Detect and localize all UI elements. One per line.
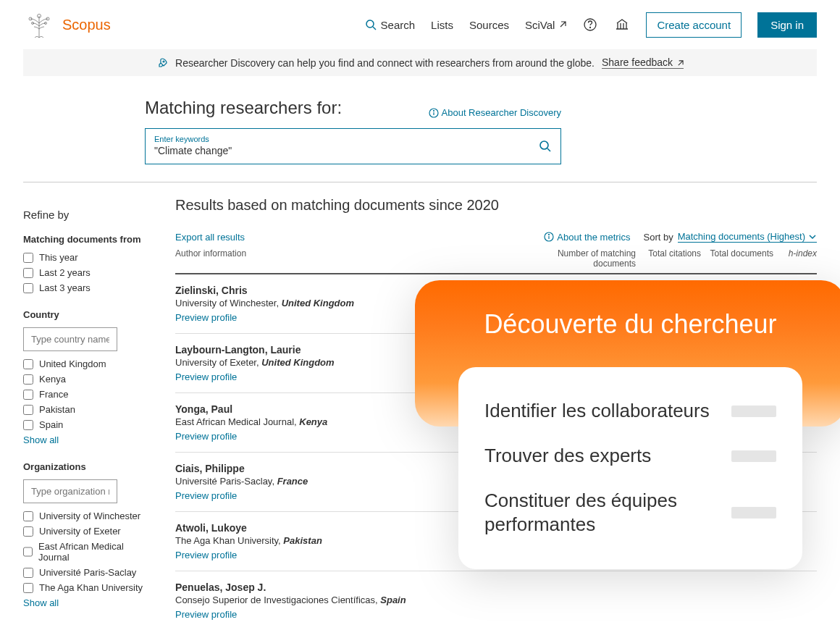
elsevier-tree-icon — [23, 10, 55, 39]
table-header: Author information Number of matching do… — [175, 248, 817, 274]
author-affiliation: Consejo Superior de Investigaciones Cien… — [175, 595, 817, 605]
show-all-orgs[interactable]: Show all — [23, 597, 59, 608]
results-meta: Export all results About the metrics Sor… — [175, 231, 817, 243]
overlay-card: Découverte du chercheur Identifier les c… — [415, 280, 840, 427]
table-row: Penuelas, Josep J.Consejo Superior de In… — [175, 571, 817, 630]
svg-point-8 — [590, 28, 591, 28]
search-box[interactable]: Enter keywords — [145, 128, 561, 164]
nav-scival[interactable]: SciVal — [525, 19, 566, 31]
filter-org-exeter[interactable]: University of Exeter — [23, 526, 146, 537]
svg-line-14 — [547, 148, 550, 151]
filter-uk[interactable]: United Kingdom — [23, 358, 146, 369]
external-link-icon — [559, 21, 566, 28]
refine-title: Refine by — [23, 209, 146, 221]
external-link-icon — [677, 60, 684, 67]
filter-title-docs: Matching documents from — [23, 234, 146, 245]
banner-text: Researcher Discovery can help you find a… — [175, 57, 595, 69]
country-input[interactable] — [23, 327, 117, 351]
search-input[interactable] — [154, 143, 512, 156]
chevron-down-icon — [808, 232, 817, 241]
filter-group-documents: Matching documents from This year Last 2… — [23, 234, 146, 293]
preview-profile-link[interactable]: Preview profile — [175, 431, 237, 442]
preview-profile-link[interactable]: Preview profile — [175, 550, 237, 560]
svg-point-12 — [433, 110, 434, 111]
placeholder-bar — [731, 507, 776, 518]
author-name[interactable]: Penuelas, Josep J. — [175, 581, 817, 593]
top-header: Scopus Search Lists Sources SciVal Creat… — [0, 0, 840, 49]
preview-profile-link[interactable]: Preview profile — [175, 490, 237, 501]
filter-org-winchester[interactable]: University of Winchester — [23, 511, 146, 521]
filter-pakistan[interactable]: Pakistan — [23, 404, 146, 415]
info-icon — [429, 108, 439, 118]
search-submit-icon[interactable] — [539, 140, 552, 153]
sort-dropdown[interactable]: Matching documents (Highest) — [678, 231, 817, 243]
content-area: Refine by Matching documents from This y… — [0, 182, 840, 630]
create-account-button[interactable]: Create account — [646, 12, 742, 38]
about-metrics-link[interactable]: About the metrics — [544, 232, 630, 243]
placeholder-bar — [731, 450, 776, 462]
organization-input[interactable] — [23, 479, 117, 503]
svg-point-5 — [366, 20, 374, 28]
filter-group-orgs: Organizations University of Winchester U… — [23, 461, 146, 608]
info-banner: Researcher Discovery can help you find a… — [23, 49, 817, 76]
nav-search[interactable]: Search — [365, 19, 416, 31]
col-matching: Number of matching documents — [542, 248, 636, 269]
about-discovery-link[interactable]: About Researcher Discovery — [429, 107, 561, 118]
filter-last-3-years[interactable]: Last 3 years — [23, 282, 146, 293]
filter-france[interactable]: France — [23, 389, 146, 400]
nav-lists[interactable]: Lists — [431, 19, 453, 31]
export-results-link[interactable]: Export all results — [175, 232, 245, 243]
author-info: Penuelas, Josep J.Consejo Superior de In… — [175, 581, 817, 620]
rocket-icon — [156, 57, 168, 69]
col-total-docs: Total documents — [701, 248, 773, 269]
show-all-country[interactable]: Show all — [23, 434, 59, 445]
placeholder-bar — [731, 406, 776, 417]
overlay-item-3: Constituer des équipes performantes — [484, 479, 776, 548]
filter-title-country: Country — [23, 309, 146, 320]
preview-profile-link[interactable]: Preview profile — [175, 371, 237, 382]
col-author: Author information — [175, 248, 542, 269]
brand-text: Scopus — [62, 17, 111, 33]
institution-icon[interactable] — [614, 17, 630, 33]
page-title: Matching researchers for: — [145, 98, 342, 118]
filter-org-aga-khan[interactable]: The Aga Khan University — [23, 582, 146, 593]
col-citations: Total citations — [636, 248, 701, 269]
nav-sources[interactable]: Sources — [469, 19, 509, 31]
filter-group-country: Country United Kingdom Kenya France Paki… — [23, 309, 146, 445]
svg-point-13 — [540, 141, 548, 149]
sort-label: Sort by — [644, 232, 673, 243]
svg-line-6 — [373, 27, 376, 30]
filter-org-paris-saclay[interactable]: Université Paris-Saclay — [23, 567, 146, 578]
refine-sidebar: Refine by Matching documents from This y… — [23, 182, 146, 630]
help-icon[interactable] — [582, 17, 598, 33]
logo-area[interactable]: Scopus — [23, 10, 111, 39]
col-hindex: h-index — [773, 248, 817, 269]
results-title: Results based on matching documents sinc… — [175, 197, 817, 214]
search-label: Enter keywords — [154, 135, 552, 143]
info-icon — [544, 232, 554, 242]
search-icon — [365, 19, 377, 30]
filter-this-year[interactable]: This year — [23, 252, 146, 263]
share-feedback-link[interactable]: Share feedback — [602, 56, 684, 69]
preview-profile-link[interactable]: Preview profile — [175, 609, 237, 620]
sort-control: Sort by Matching documents (Highest) — [644, 231, 818, 243]
overlay-list: Identifier les collaborateurs Trouver de… — [458, 367, 802, 569]
svg-point-9 — [163, 61, 164, 62]
preview-profile-link[interactable]: Preview profile — [175, 312, 237, 323]
filter-title-orgs: Organizations — [23, 461, 146, 472]
main-nav: Search Lists Sources SciVal Create accou… — [365, 12, 817, 38]
search-section: Matching researchers for: About Research… — [0, 76, 840, 164]
overlay-item-1: Identifier les collaborateurs — [484, 389, 776, 434]
overlay-title: Découverte du chercheur — [451, 309, 810, 340]
svg-point-17 — [549, 235, 550, 235]
filter-last-2-years[interactable]: Last 2 years — [23, 267, 146, 278]
filter-spain[interactable]: Spain — [23, 419, 146, 430]
sign-in-button[interactable]: Sign in — [757, 12, 817, 38]
filter-org-eamj[interactable]: East African Medical Journal — [23, 541, 146, 563]
filter-kenya[interactable]: Kenya — [23, 374, 146, 385]
overlay-item-2: Trouver des experts — [484, 434, 776, 479]
